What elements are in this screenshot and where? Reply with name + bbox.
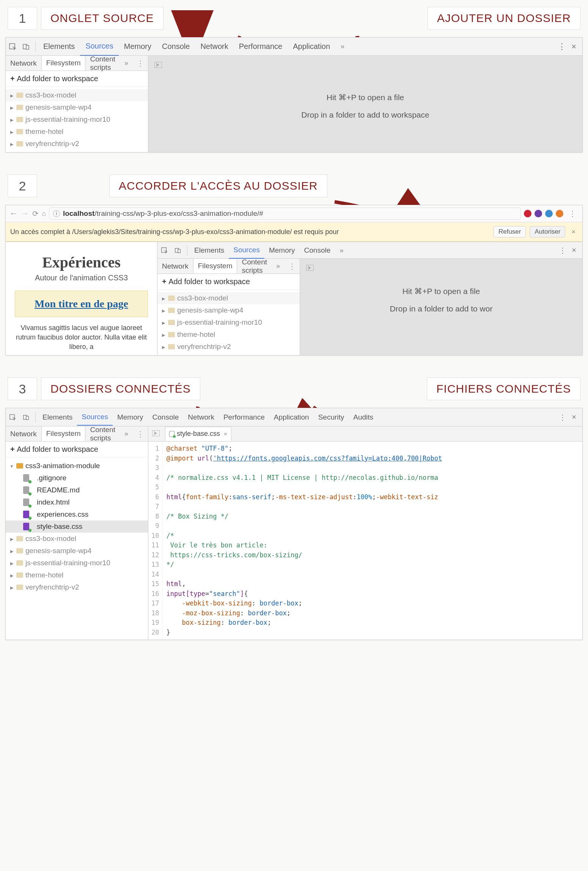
subtab-network[interactable]: Network bbox=[157, 259, 193, 274]
close-tab-icon[interactable]: × bbox=[224, 431, 227, 437]
editor-tab-style-base[interactable]: style-base.css × bbox=[165, 427, 231, 441]
tab-elements[interactable]: Elements bbox=[190, 242, 229, 258]
file-gitignore[interactable]: .gitignore bbox=[6, 472, 148, 484]
tab-audits[interactable]: Audits bbox=[349, 409, 378, 425]
step-number-2: 2 bbox=[8, 175, 37, 197]
extension-icon-4[interactable] bbox=[556, 210, 563, 217]
folder-genesis-sample-wp4[interactable]: genesis-sample-wp4 bbox=[6, 545, 148, 557]
nav-forward-icon[interactable]: → bbox=[21, 209, 29, 219]
close-icon[interactable]: × bbox=[569, 246, 579, 255]
tabs-overflow[interactable]: » bbox=[335, 38, 350, 55]
folder-css3-animation-module[interactable]: css3-animation-module bbox=[6, 460, 148, 472]
tab-security[interactable]: Security bbox=[314, 409, 349, 425]
close-icon[interactable]: × bbox=[569, 42, 579, 52]
line-gutter: 1234567891011121314151617181920 bbox=[148, 442, 162, 640]
tab-console[interactable]: Console bbox=[148, 409, 184, 425]
code-content[interactable]: @charset "UTF-8"; @import url('https://f… bbox=[163, 442, 446, 640]
tab-application[interactable]: Application bbox=[288, 38, 335, 55]
nav-reload-icon[interactable]: ⟳ bbox=[32, 209, 39, 218]
subtab-filesystem[interactable]: Filesystem bbox=[193, 259, 237, 274]
folder-css3-box-model[interactable]: css3-box-model bbox=[6, 533, 148, 545]
allow-button[interactable]: Autoriser bbox=[530, 226, 565, 237]
kebab-menu-icon[interactable]: ⋮ bbox=[559, 246, 566, 255]
tab-performance[interactable]: Performance bbox=[234, 38, 288, 55]
sidebar-kebab-icon[interactable]: ⋮ bbox=[133, 59, 148, 68]
step-label-accorder-acces: ACCORDER L'ACCÈS AU DOSSIER bbox=[109, 175, 327, 197]
code-body[interactable]: 1234567891011121314151617181920 @charset… bbox=[148, 442, 582, 640]
sidebar-toggle-icon[interactable] bbox=[152, 429, 163, 438]
folder-js-essential-training[interactable]: js-essential-training-mor10 bbox=[6, 113, 148, 126]
subtab-filesystem[interactable]: Filesystem bbox=[41, 56, 86, 71]
nav-home-icon[interactable]: ⌂ bbox=[42, 210, 46, 218]
page-title: Expériences bbox=[15, 253, 148, 271]
devtools-panel-1: Elements Sources Memory Console Network … bbox=[5, 37, 583, 153]
extension-icon-2[interactable] bbox=[535, 210, 542, 217]
folder-veryfrenchtrip[interactable]: veryfrenchtrip-v2 bbox=[157, 341, 300, 353]
tab-elements[interactable]: Elements bbox=[38, 409, 77, 425]
tab-console[interactable]: Console bbox=[157, 38, 195, 55]
folder-css3-box-model[interactable]: css3-box-model bbox=[157, 292, 300, 304]
add-folder-button[interactable]: Add folder to workspace bbox=[157, 274, 300, 290]
folder-js-essential-training[interactable]: js-essential-training-mor10 bbox=[157, 316, 300, 329]
subtabs-overflow[interactable]: » bbox=[272, 259, 285, 273]
permission-close-icon[interactable]: × bbox=[569, 228, 578, 236]
subtab-contentscripts[interactable]: Content scripts bbox=[85, 423, 120, 445]
folder-theme-hotel[interactable]: theme-hotel bbox=[6, 126, 148, 138]
subtabs-overflow[interactable]: » bbox=[120, 56, 133, 70]
subtab-contentscripts[interactable]: Content scripts bbox=[85, 52, 120, 75]
folder-js-essential-training[interactable]: js-essential-training-mor10 bbox=[6, 557, 148, 569]
device-toggle-icon[interactable] bbox=[173, 245, 183, 256]
subtab-filesystem[interactable]: Filesystem bbox=[41, 426, 86, 441]
file-experiences-css[interactable]: experiences.css bbox=[6, 508, 148, 520]
inspect-icon[interactable] bbox=[159, 245, 170, 256]
svg-rect-4 bbox=[162, 247, 167, 252]
add-folder-button[interactable]: Add folder to workspace bbox=[6, 442, 148, 458]
tab-network[interactable]: Network bbox=[183, 409, 219, 425]
device-toggle-icon[interactable] bbox=[21, 41, 31, 52]
file-index-html[interactable]: index.html bbox=[6, 496, 148, 508]
file-style-base-css[interactable]: style-base.css bbox=[6, 520, 148, 533]
sidebar-toggle-icon[interactable] bbox=[306, 264, 314, 273]
svg-rect-2 bbox=[26, 46, 29, 49]
site-info-icon[interactable]: i bbox=[53, 210, 60, 217]
folder-veryfrenchtrip[interactable]: veryfrenchtrip-v2 bbox=[6, 138, 148, 150]
folder-theme-hotel[interactable]: theme-hotel bbox=[157, 329, 300, 341]
add-folder-button[interactable]: Add folder to workspace bbox=[6, 71, 148, 87]
sidebar-kebab-icon[interactable]: ⋮ bbox=[285, 262, 300, 271]
close-icon[interactable]: × bbox=[569, 413, 579, 421]
url-bar[interactable]: i localhost/training-css/wp-3-plus-exo/c… bbox=[49, 208, 521, 220]
tab-elements[interactable]: Elements bbox=[38, 38, 80, 55]
tab-network[interactable]: Network bbox=[195, 38, 233, 55]
tab-memory[interactable]: Memory bbox=[119, 38, 157, 55]
folder-genesis-sample-wp4[interactable]: genesis-sample-wp4 bbox=[6, 101, 148, 113]
inspect-icon[interactable] bbox=[7, 41, 18, 52]
browser-menu-icon[interactable]: ⋮ bbox=[566, 209, 579, 218]
folder-genesis-sample-wp4[interactable]: genesis-sample-wp4 bbox=[157, 304, 300, 316]
sidebar-kebab-icon[interactable]: ⋮ bbox=[133, 429, 148, 439]
extension-icon-3[interactable] bbox=[545, 210, 553, 217]
subtab-network[interactable]: Network bbox=[6, 56, 41, 71]
tab-console[interactable]: Console bbox=[300, 242, 335, 258]
device-toggle-icon[interactable] bbox=[21, 412, 31, 423]
folder-theme-hotel[interactable]: theme-hotel bbox=[6, 569, 148, 581]
kebab-menu-icon[interactable]: ⋮ bbox=[559, 413, 566, 422]
kebab-menu-icon[interactable]: ⋮ bbox=[558, 42, 566, 52]
subtab-network[interactable]: Network bbox=[6, 427, 41, 441]
step-number-1: 1 bbox=[8, 7, 37, 30]
page-demo-link[interactable]: Mon titre en de page bbox=[35, 298, 128, 310]
tab-application[interactable]: Application bbox=[269, 409, 314, 425]
inspect-icon[interactable] bbox=[7, 412, 18, 423]
subtab-contentscripts[interactable]: Content scripts bbox=[237, 255, 272, 278]
refuse-button[interactable]: Refuser bbox=[494, 226, 526, 237]
tab-performance[interactable]: Performance bbox=[219, 409, 269, 425]
folder-css3-box-model[interactable]: css3-box-model bbox=[6, 89, 148, 101]
tabs-overflow[interactable]: » bbox=[335, 242, 348, 258]
extension-icon-1[interactable] bbox=[524, 210, 531, 217]
nav-back-icon[interactable]: ← bbox=[9, 209, 18, 219]
sidebar-toggle-icon[interactable] bbox=[154, 61, 162, 70]
file-readme[interactable]: README.md bbox=[6, 484, 148, 496]
subtabs-overflow[interactable]: » bbox=[120, 427, 133, 441]
folder-veryfrenchtrip[interactable]: veryfrenchtrip-v2 bbox=[6, 581, 148, 593]
svg-rect-10 bbox=[26, 416, 28, 420]
empty-editor-hint: Hit ⌘+P to open a file Drop in a folder … bbox=[153, 74, 578, 124]
